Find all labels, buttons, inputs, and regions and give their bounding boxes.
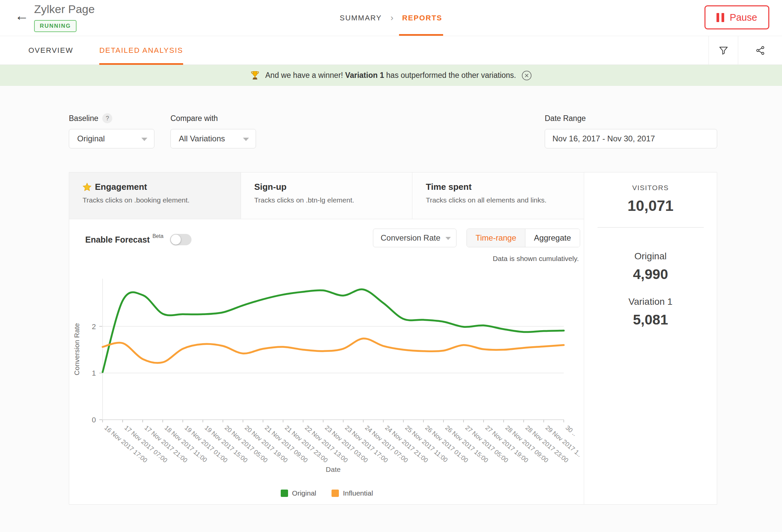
goal-title: Time spent <box>426 182 471 192</box>
star-icon <box>82 182 92 191</box>
metric-dropdown[interactable]: Conversion Rate <box>373 228 457 247</box>
pause-icon <box>716 13 724 22</box>
legend-swatch <box>281 490 288 497</box>
chart-area: 01216 Nov 2017 17:0017 Nov 2017 07:0017 … <box>69 269 584 497</box>
compare-dropdown[interactable]: All Variations <box>171 129 256 148</box>
share-icon <box>755 45 765 56</box>
breadcrumb-reports[interactable]: REPORTS <box>402 14 442 23</box>
svg-text:0: 0 <box>92 416 96 424</box>
stat-label: Original <box>584 251 717 262</box>
goal-title: Sign-up <box>254 182 287 192</box>
visitors-value: 10,071 <box>584 197 717 215</box>
stats-divider <box>598 227 704 227</box>
goal-tab-signup[interactable]: Sign-up Tracks clicks on .btn-lg element… <box>241 172 413 219</box>
stat-label: Variation 1 <box>584 296 717 307</box>
chart-controls: Enable Forecast Beta Conversion Rate Tim… <box>69 219 584 269</box>
goal-title: Engagement <box>95 182 147 192</box>
stat-variation-1: Variation 1 5,081 <box>584 296 717 328</box>
reports-active-underline <box>399 34 443 36</box>
chart-legend: OriginalInfluential <box>69 489 584 497</box>
back-arrow-icon[interactable]: ← <box>15 9 29 23</box>
winner-banner: And we have a winner! Variation 1 has ou… <box>0 65 782 86</box>
svg-text:30 ..: 30 .. <box>564 424 578 437</box>
chevron-down-icon <box>141 138 147 141</box>
svg-text:1: 1 <box>92 369 96 377</box>
trophy-icon <box>250 71 260 80</box>
goal-description: Tracks clicks on .btn-lg element. <box>254 196 406 204</box>
visitors-label: VISITORS <box>584 184 717 192</box>
date-range-input[interactable]: Nov 16, 2017 - Nov 30, 2017 <box>545 129 717 148</box>
svg-text:Conversion Rate: Conversion Rate <box>73 323 80 375</box>
date-range-filter: Date Range Nov 16, 2017 - Nov 30, 2017 <box>545 113 717 148</box>
chevron-down-icon <box>243 138 249 141</box>
legend-swatch <box>331 490 339 497</box>
share-button[interactable] <box>738 36 782 65</box>
winner-variation-name: Variation 1 <box>345 71 384 79</box>
tab-overview[interactable]: OVERVIEW <box>28 36 73 65</box>
goal-tab-time-spent[interactable]: Time spent Tracks clicks on all elements… <box>413 172 584 219</box>
chevron-down-icon <box>446 237 451 240</box>
visitors-panel: VISITORS 10,071 Original 4,990 Variation… <box>584 172 717 504</box>
top-header: ← Zylker Page RUNNING SUMMARY › REPORTS … <box>0 0 782 36</box>
goal-tabs: Engagement Tracks clicks on .booking ele… <box>69 172 584 219</box>
cumulative-note: Data is shown cumulatively. <box>493 255 579 263</box>
filter-button[interactable] <box>709 36 738 65</box>
goal-description: Tracks clicks on .booking element. <box>82 196 234 204</box>
breadcrumb-summary[interactable]: SUMMARY <box>340 14 382 23</box>
mode-segmented-control: Time-range Aggregate <box>466 228 580 247</box>
help-icon[interactable]: ? <box>102 113 112 123</box>
date-range-label: Date Range <box>545 114 586 123</box>
page: ← Zylker Page RUNNING SUMMARY › REPORTS … <box>0 0 782 532</box>
banner-close-icon[interactable] <box>521 70 532 81</box>
stat-value: 5,081 <box>584 312 717 328</box>
conversion-rate-chart: 01216 Nov 2017 17:0017 Nov 2017 07:0017 … <box>69 269 584 476</box>
tab-detailed-analysis[interactable]: DETAILED ANALYSIS <box>99 36 183 65</box>
svg-text:Date: Date <box>326 465 341 473</box>
compare-filter: Compare with All Variations <box>171 113 256 148</box>
goal-description: Tracks clicks on all elements and links. <box>426 196 577 204</box>
pause-button-label: Pause <box>730 12 757 23</box>
time-range-button[interactable]: Time-range <box>467 229 525 247</box>
legend-item-influential[interactable]: Influential <box>331 489 373 497</box>
pause-button[interactable]: Pause <box>705 5 769 29</box>
report-card: Engagement Tracks clicks on .booking ele… <box>69 172 717 505</box>
page-title: Zylker Page <box>34 3 95 16</box>
aggregate-button[interactable]: Aggregate <box>525 229 580 247</box>
stat-value: 4,990 <box>584 266 717 282</box>
status-badge: RUNNING <box>34 20 76 32</box>
stat-original: Original 4,990 <box>584 251 717 282</box>
baseline-dropdown[interactable]: Original <box>69 129 154 148</box>
enable-forecast-label: Enable Forecast <box>85 235 150 245</box>
compare-label: Compare with <box>171 114 218 123</box>
baseline-filter: Baseline ? Original <box>69 113 154 148</box>
baseline-label: Baseline <box>69 114 98 123</box>
tab-row: OVERVIEW DETAILED ANALYSIS <box>0 36 782 65</box>
chevron-right-icon: › <box>391 13 394 23</box>
funnel-icon <box>718 45 728 56</box>
breadcrumb: SUMMARY › REPORTS <box>340 0 442 36</box>
goal-tab-engagement[interactable]: Engagement Tracks clicks on .booking ele… <box>69 172 241 219</box>
legend-label: Original <box>292 489 316 497</box>
beta-badge: Beta <box>152 233 164 239</box>
svg-text:2: 2 <box>92 322 96 331</box>
forecast-toggle[interactable] <box>170 234 191 245</box>
legend-item-original[interactable]: Original <box>281 489 316 497</box>
legend-label: Influential <box>343 489 373 497</box>
winner-message: And we have a winner! Variation 1 has ou… <box>265 71 516 80</box>
